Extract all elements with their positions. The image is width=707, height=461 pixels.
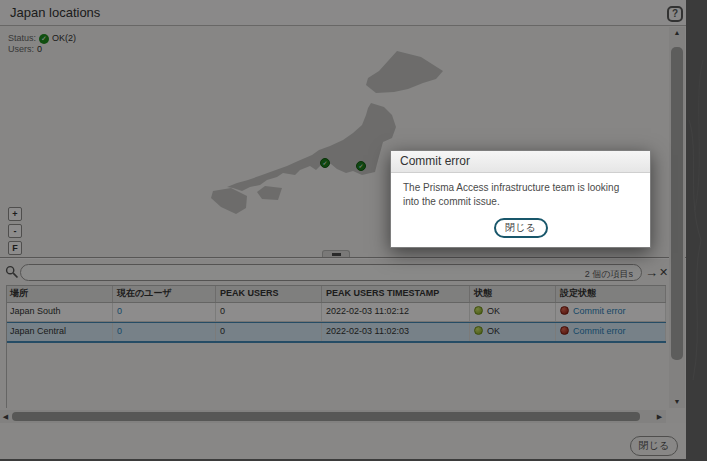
commit-error-dialog: Commit error The Prisma Access infrastru… (390, 150, 651, 248)
app-screen: Japan locations ? Status: ✓ OK(2) Users:… (0, 0, 707, 461)
dialog-message: The Prisma Access infrastructure team is… (391, 173, 650, 209)
dialog-titlebar: Commit error (391, 151, 650, 173)
dialog-title: Commit error (391, 151, 650, 172)
dialog-close-button[interactable]: 閉じる (494, 218, 548, 238)
